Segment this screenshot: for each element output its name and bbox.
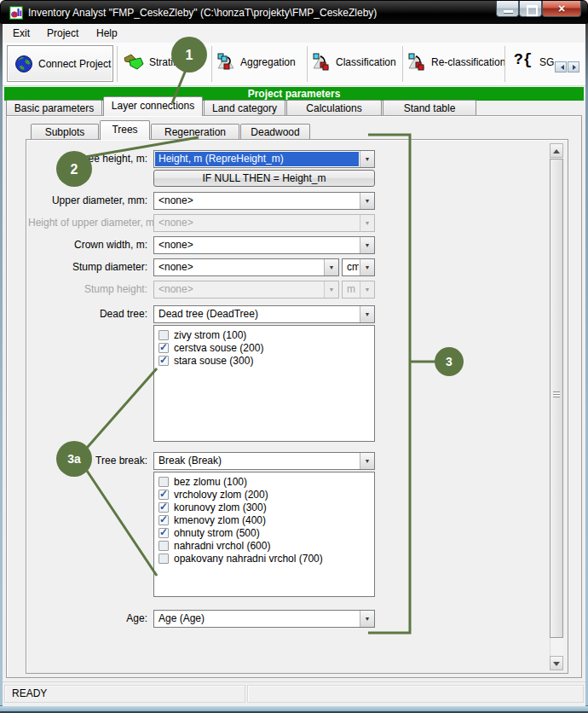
option-label: bez zlomu (100): [174, 476, 247, 488]
checkbox-option[interactable]: nahradni vrchol (600): [154, 539, 374, 552]
classification-button[interactable]: Classification: [336, 56, 396, 68]
age-combo[interactable]: Age (Age) ▼: [153, 610, 375, 628]
checkbox[interactable]: [159, 490, 169, 500]
dead-tree-combo[interactable]: Dead tree (DeadTree) ▼: [153, 305, 375, 323]
checkbox[interactable]: [159, 515, 169, 525]
scrollbar-thumb[interactable]: [550, 159, 563, 638]
scroll-up-button[interactable]: [550, 143, 563, 158]
checkbox-option[interactable]: zivy strom (100): [154, 328, 374, 341]
project-parameters-header: Project parameters: [4, 87, 584, 101]
sg-button[interactable]: SG: [539, 56, 554, 68]
maximize-button[interactable]: [519, 1, 542, 17]
tab-land-category[interactable]: Land category: [204, 100, 285, 115]
stump-diameter-unit-combo[interactable]: cm ▼: [342, 258, 375, 276]
upper-diameter-combo[interactable]: <none> ▼: [153, 192, 375, 210]
tab-calculations[interactable]: Calculations: [286, 100, 382, 115]
checkbox[interactable]: [159, 343, 169, 353]
age-value: Age (Age): [155, 612, 359, 626]
height-upper-diameter-value: <none>: [155, 216, 359, 230]
chevron-down-icon[interactable]: ▼: [360, 306, 374, 322]
chevron-down-icon[interactable]: ▼: [360, 151, 374, 167]
stump-height-unit-combo: m ▼: [342, 281, 375, 299]
stump-height-unit: m: [343, 282, 359, 297]
checkbox[interactable]: [159, 356, 169, 366]
option-label: stara souse (300): [174, 355, 253, 367]
checkbox[interactable]: [159, 541, 169, 551]
checkbox-option[interactable]: cerstva souse (200): [154, 341, 374, 354]
checkbox-option[interactable]: stara souse (300): [154, 354, 374, 367]
if-null-button[interactable]: IF NULL THEN = Height_m: [153, 170, 375, 187]
chevron-right-icon: [573, 65, 579, 70]
checkbox-option[interactable]: vrcholovy zlom (200): [154, 488, 374, 501]
checkbox-option[interactable]: korunovy zlom (300): [154, 501, 374, 513]
stump-diameter-combo[interactable]: <none> ▼: [153, 258, 339, 276]
option-label: nahradni vrchol (600): [174, 540, 270, 552]
tab-basic-parameters[interactable]: Basic parameters: [6, 100, 102, 115]
checkbox[interactable]: [159, 330, 169, 340]
connect-project-button[interactable]: Connect Project: [7, 45, 113, 82]
aggregation-button[interactable]: Aggregation: [240, 56, 296, 68]
crown-width-combo[interactable]: <none> ▼: [153, 236, 375, 254]
aggregation-icon: [216, 53, 235, 72]
checkbox[interactable]: [159, 502, 169, 513]
stump-height-label: Stump height:: [28, 281, 147, 299]
stratification-button[interactable]: Stratific: [149, 56, 183, 68]
window-frame-bottom: [0, 705, 588, 713]
minimize-button[interactable]: [496, 1, 519, 17]
close-button[interactable]: ×: [542, 1, 581, 17]
toolbar-separator: [211, 46, 212, 82]
toolbar: Connect Project Stratific Aggregation Cl…: [3, 43, 585, 86]
scroll-down-button[interactable]: [550, 656, 563, 670]
toolbar-scroll-left-button[interactable]: [555, 61, 567, 72]
checkbox-option[interactable]: bez zlomu (100): [154, 475, 374, 488]
checkbox-option[interactable]: kmenovy zlom (400): [154, 513, 374, 526]
chevron-down-icon[interactable]: ▼: [360, 453, 374, 469]
toolbar-separator: [402, 46, 403, 82]
menu-item-exit[interactable]: Exit: [9, 26, 33, 40]
reclassification-button[interactable]: Re-classification: [431, 56, 505, 68]
title-bar: Inventory Analyst "FMP_CeskeZleby" (C:\h…: [0, 0, 588, 24]
dead-tree-listbox: zivy strom (100) cerstva souse (200) sta…: [153, 325, 375, 442]
option-label: kmenovy zlom (400): [174, 514, 266, 526]
checkbox[interactable]: [159, 528, 169, 538]
subtab-regeneration[interactable]: Regeneration: [151, 124, 239, 139]
chevron-down-icon[interactable]: ▼: [360, 193, 374, 209]
status-secondary-panel: [247, 685, 584, 703]
tree-height-combo[interactable]: Height, m (RepreHeight_m) ▼: [153, 150, 375, 168]
stump-height-value: <none>: [155, 282, 323, 297]
arrow-down-icon: [553, 662, 560, 670]
checkbox-option[interactable]: ohnuty strom (500): [154, 526, 374, 539]
tree-break-listbox: bez zlomu (100) vrcholovy zlom (200) kor…: [153, 472, 375, 597]
chevron-down-icon: ▼: [324, 281, 338, 298]
chevron-down-icon: ▼: [360, 281, 374, 298]
menu-item-project[interactable]: Project: [43, 26, 82, 40]
option-label: korunovy zlom (300): [174, 501, 267, 513]
menu-item-help[interactable]: Help: [93, 26, 121, 40]
toolbar-scroll-right-button[interactable]: [568, 61, 579, 72]
stump-diameter-unit: cm: [343, 260, 359, 275]
stratification-icon: [123, 53, 145, 72]
chevron-down-icon[interactable]: ▼: [360, 611, 374, 627]
window-title: Inventory Analyst "FMP_CeskeZleby" (C:\h…: [28, 7, 377, 19]
tree-height-value: Height, m (RepreHeight_m): [155, 152, 359, 166]
checkbox-option[interactable]: opakovany nahradni vrchol (700): [154, 552, 374, 565]
chevron-down-icon[interactable]: ▼: [324, 259, 338, 275]
checkbox[interactable]: [159, 477, 169, 487]
option-label: ohnuty strom (500): [174, 527, 260, 539]
tab-stand-table[interactable]: Stand table: [383, 100, 476, 115]
chevron-down-icon[interactable]: ▼: [360, 259, 374, 275]
subtab-subplots[interactable]: Subplots: [31, 124, 99, 139]
upper-diameter-value: <none>: [155, 194, 359, 208]
subtab-trees[interactable]: Trees: [100, 120, 150, 140]
arrow-up-icon: [553, 146, 560, 154]
age-label: Age:: [28, 610, 147, 628]
status-text-panel: READY: [4, 685, 245, 703]
tree-break-combo[interactable]: Break (Break) ▼: [153, 452, 375, 470]
scrollbar-grip-icon: [553, 391, 560, 397]
checkbox[interactable]: [159, 554, 169, 564]
tab-layer-connections[interactable]: Layer connections: [103, 96, 203, 116]
chevron-down-icon[interactable]: ▼: [360, 237, 374, 253]
stump-height-combo: <none> ▼: [153, 281, 339, 299]
subtab-deadwood[interactable]: Deadwood: [240, 124, 310, 139]
sg-icon: ?{: [514, 51, 533, 68]
